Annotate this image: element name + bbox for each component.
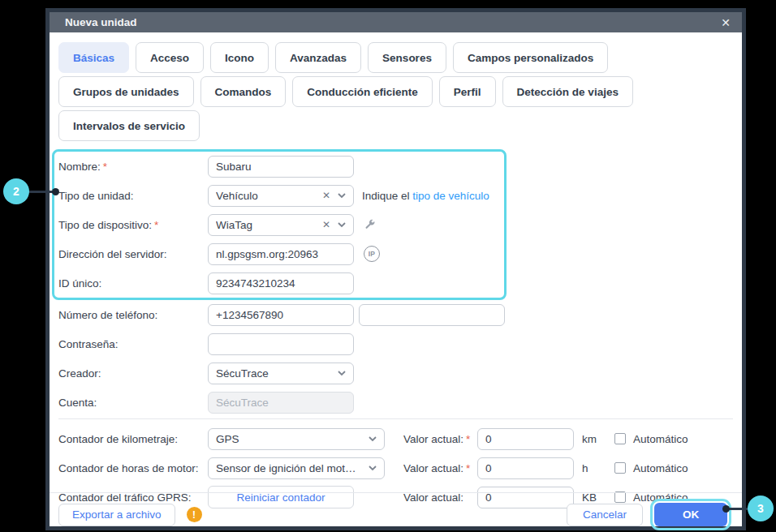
required-asterisk: * bbox=[103, 161, 107, 173]
highlighted-device-section: Nombre:* Tipo de unidad: Vehículo ✕ Indi… bbox=[52, 149, 507, 300]
account-row: Cuenta: bbox=[52, 388, 733, 417]
unit-type-select[interactable]: Vehículo ✕ bbox=[208, 185, 354, 207]
device-type-label: Tipo de dispositivo: bbox=[58, 219, 152, 231]
new-unit-dialog: Nueva unidad ✕ Básicas Acceso Icono Avan… bbox=[45, 8, 746, 530]
tab-comandos[interactable]: Comandos bbox=[200, 76, 287, 107]
wrench-icon[interactable] bbox=[364, 219, 376, 231]
unit-type-label: Tipo de unidad: bbox=[58, 190, 208, 202]
callout-3-connector bbox=[728, 508, 749, 510]
callout-2-connector bbox=[28, 191, 55, 193]
engine-hours-value: Sensor de ignición del mot… bbox=[216, 462, 368, 474]
current-value-label: Valor actual: bbox=[403, 433, 463, 445]
name-row: Nombre:* bbox=[54, 152, 504, 181]
chevron-down-icon[interactable] bbox=[368, 435, 377, 442]
server-address-input[interactable] bbox=[208, 243, 354, 265]
mileage-counter-select[interactable]: GPS bbox=[208, 428, 385, 450]
tab-intervalos-de-servicio[interactable]: Intervalos de servicio bbox=[58, 110, 200, 141]
phone-input[interactable] bbox=[208, 304, 354, 326]
server-address-label: Dirección del servidor: bbox=[58, 248, 208, 260]
engine-hours-unit: h bbox=[582, 462, 603, 474]
tab-basicas[interactable]: Básicas bbox=[58, 42, 129, 73]
password-row: Contraseña: bbox=[52, 329, 733, 358]
dialog-footer: Exportar a archivo ! Cancelar OK bbox=[50, 492, 742, 532]
mileage-unit: km bbox=[582, 433, 603, 445]
engine-hours-auto-checkbox[interactable] bbox=[614, 462, 626, 474]
creator-select[interactable]: SécuTrace bbox=[208, 363, 354, 384]
current-value-label: Valor actual: bbox=[403, 462, 463, 474]
tab-sensores[interactable]: Sensores bbox=[368, 42, 446, 73]
ok-button[interactable]: OK bbox=[654, 503, 727, 526]
required-asterisk: * bbox=[466, 462, 470, 474]
callout-badge-2: 2 bbox=[3, 178, 29, 204]
tab-deteccion-de-viajes[interactable]: Detección de viajes bbox=[502, 76, 633, 107]
server-address-row: Dirección del servidor: IP bbox=[54, 239, 504, 268]
callout-2-dot bbox=[52, 188, 59, 195]
unique-id-input[interactable] bbox=[208, 272, 354, 294]
creator-value: SécuTrace bbox=[216, 367, 337, 380]
mileage-counter-label: Contador de kilometraje: bbox=[58, 433, 208, 445]
chevron-down-icon[interactable] bbox=[337, 370, 347, 376]
mileage-auto-label: Automático bbox=[633, 433, 688, 445]
tab-avanzadas[interactable]: Avanzadas bbox=[275, 42, 361, 73]
engine-hours-counter-row: Contador de horas de motor: Sensor de ig… bbox=[52, 453, 733, 483]
mileage-auto-checkbox[interactable] bbox=[614, 433, 626, 444]
cancel-button[interactable]: Cancelar bbox=[567, 504, 643, 526]
creator-row: Creador: SécuTrace bbox=[52, 358, 733, 388]
tab-perfil[interactable]: Perfil bbox=[439, 76, 496, 107]
dialog-content: Básicas Acceso Icono Avanzadas Sensores … bbox=[50, 42, 742, 532]
tab-grupos-de-unidades[interactable]: Grupos de unidades bbox=[58, 76, 194, 107]
phone-input-secondary[interactable] bbox=[359, 304, 505, 326]
mileage-counter-row: Contador de kilometraje: GPS Valor actua… bbox=[52, 424, 733, 453]
engine-hours-current-value-input[interactable] bbox=[477, 457, 574, 479]
mileage-counter-value: GPS bbox=[216, 433, 368, 445]
device-type-row: Tipo de dispositivo:* WiaTag ✕ bbox=[54, 210, 504, 239]
clear-icon[interactable]: ✕ bbox=[322, 219, 330, 230]
close-icon[interactable]: ✕ bbox=[721, 17, 731, 28]
unit-type-value: Vehículo bbox=[216, 190, 322, 202]
mileage-current-value-input[interactable] bbox=[477, 428, 574, 450]
dialog-titlebar: Nueva unidad ✕ bbox=[50, 12, 742, 32]
required-asterisk: * bbox=[154, 219, 158, 231]
ip-icon[interactable]: IP bbox=[364, 246, 380, 262]
clear-icon[interactable]: ✕ bbox=[322, 190, 330, 201]
device-type-value: WiaTag bbox=[216, 219, 322, 231]
callout-3-dot bbox=[722, 505, 730, 513]
callout-badge-3: 3 bbox=[748, 496, 774, 521]
required-asterisk: * bbox=[466, 433, 470, 445]
section-divider bbox=[58, 418, 733, 419]
creator-label: Creador: bbox=[58, 367, 208, 380]
password-input[interactable] bbox=[208, 333, 354, 355]
tab-acceso[interactable]: Acceso bbox=[136, 42, 204, 73]
tab-conduccion-eficiente[interactable]: Conducción eficiente bbox=[292, 76, 433, 107]
warning-icon[interactable]: ! bbox=[187, 507, 202, 522]
dialog-title: Nueva unidad bbox=[65, 16, 137, 28]
export-to-file-button[interactable]: Exportar a archivo bbox=[58, 504, 175, 526]
tab-bar: Básicas Acceso Icono Avanzadas Sensores … bbox=[58, 42, 733, 141]
unique-id-label: ID único: bbox=[58, 277, 208, 290]
unit-type-row: Tipo de unidad: Vehículo ✕ Indique el ti… bbox=[54, 181, 504, 210]
chevron-down-icon[interactable] bbox=[337, 221, 347, 228]
password-label: Contraseña: bbox=[58, 338, 208, 350]
phone-row: Número de teléfono: bbox=[52, 300, 733, 329]
engine-hours-auto-label: Automático bbox=[633, 462, 688, 474]
tab-icono[interactable]: Icono bbox=[210, 42, 269, 73]
engine-hours-label: Contador de horas de motor: bbox=[58, 462, 208, 474]
name-input[interactable] bbox=[208, 156, 354, 178]
unit-type-hint: Indique el bbox=[362, 190, 412, 202]
chevron-down-icon[interactable] bbox=[337, 192, 347, 199]
account-input bbox=[208, 392, 354, 414]
phone-label: Número de teléfono: bbox=[58, 309, 208, 321]
name-label: Nombre: bbox=[58, 161, 101, 173]
device-type-select[interactable]: WiaTag ✕ bbox=[208, 214, 354, 236]
engine-hours-select[interactable]: Sensor de ignición del mot… bbox=[208, 457, 385, 479]
basic-properties-form: Nombre:* Tipo de unidad: Vehículo ✕ Indi… bbox=[52, 149, 733, 512]
unique-id-row: ID único: bbox=[54, 268, 504, 298]
vehicle-type-link[interactable]: tipo de vehículo bbox=[412, 190, 489, 202]
account-label: Cuenta: bbox=[58, 397, 208, 409]
chevron-down-icon[interactable] bbox=[368, 465, 377, 471]
tab-campos-personalizados[interactable]: Campos personalizados bbox=[453, 42, 608, 73]
